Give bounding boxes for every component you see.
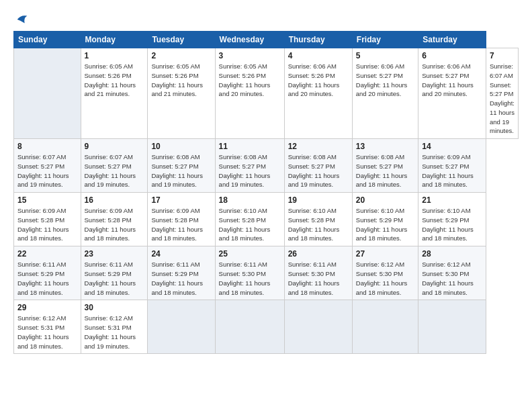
day-info: Sunrise: 6:07 AMSunset: 5:27 PMDaylight:… [490, 62, 515, 136]
column-header-sunday: Sunday [14, 32, 81, 48]
logo [13, 12, 30, 24]
day-number: 1 [85, 51, 144, 60]
day-number: 14 [422, 142, 482, 151]
day-number: 4 [288, 51, 349, 60]
calendar-cell: 30Sunrise: 6:12 AMSunset: 5:31 PMDayligh… [81, 300, 148, 354]
day-info: Sunrise: 6:05 AMSunset: 5:26 PMDaylight:… [85, 62, 144, 99]
day-info: Sunrise: 6:09 AMSunset: 5:28 PMDaylight:… [17, 206, 77, 243]
day-info: Sunrise: 6:11 AMSunset: 5:30 PMDaylight:… [288, 260, 349, 297]
day-number: 18 [219, 195, 281, 205]
calendar-cell [215, 300, 284, 354]
day-number: 23 [85, 249, 144, 259]
day-info: Sunrise: 6:10 AMSunset: 5:29 PMDaylight:… [356, 206, 414, 243]
calendar-cell: 3Sunrise: 6:05 AMSunset: 5:26 PMDaylight… [215, 48, 284, 139]
column-header-monday: Monday [81, 32, 148, 48]
calendar-cell [284, 300, 352, 354]
day-info: Sunrise: 6:09 AMSunset: 5:28 PMDaylight:… [151, 206, 211, 243]
calendar-cell: 5Sunrise: 6:06 AMSunset: 5:27 PMDaylight… [352, 48, 418, 139]
day-number: 30 [85, 303, 144, 312]
day-info: Sunrise: 6:06 AMSunset: 5:27 PMDaylight:… [422, 62, 482, 99]
column-header-thursday: Thursday [284, 32, 352, 48]
day-info: Sunrise: 6:10 AMSunset: 5:28 PMDaylight:… [288, 206, 349, 243]
day-number: 2 [151, 51, 211, 60]
day-info: Sunrise: 6:11 AMSunset: 5:30 PMDaylight:… [219, 260, 281, 297]
day-number: 5 [356, 51, 414, 60]
day-info: Sunrise: 6:12 AMSunset: 5:31 PMDaylight:… [85, 314, 144, 351]
calendar-cell: 23Sunrise: 6:11 AMSunset: 5:29 PMDayligh… [81, 246, 148, 300]
calendar-cell [148, 300, 215, 354]
day-number: 24 [151, 249, 211, 259]
day-info: Sunrise: 6:09 AMSunset: 5:28 PMDaylight:… [85, 206, 144, 243]
day-info: Sunrise: 6:08 AMSunset: 5:27 PMDaylight:… [219, 152, 281, 189]
column-header-wednesday: Wednesday [215, 32, 284, 48]
day-number: 11 [219, 142, 281, 151]
day-number: 21 [422, 195, 482, 205]
day-info: Sunrise: 6:05 AMSunset: 5:26 PMDaylight:… [151, 62, 211, 99]
calendar-cell: 16Sunrise: 6:09 AMSunset: 5:28 PMDayligh… [81, 193, 148, 246]
day-number: 29 [17, 303, 77, 312]
day-number: 10 [151, 142, 211, 151]
day-info: Sunrise: 6:08 AMSunset: 5:27 PMDaylight:… [288, 152, 349, 189]
day-number: 26 [288, 249, 349, 259]
day-info: Sunrise: 6:09 AMSunset: 5:27 PMDaylight:… [422, 152, 482, 189]
calendar-cell: 13Sunrise: 6:08 AMSunset: 5:27 PMDayligh… [352, 139, 418, 193]
calendar-cell: 28Sunrise: 6:12 AMSunset: 5:30 PMDayligh… [418, 246, 486, 300]
calendar-page: SundayMondayTuesdayWednesdayThursdayFrid… [0, 0, 532, 411]
day-info: Sunrise: 6:11 AMSunset: 5:29 PMDaylight:… [85, 260, 144, 297]
calendar-cell: 21Sunrise: 6:10 AMSunset: 5:29 PMDayligh… [418, 193, 486, 246]
calendar-cell: 6Sunrise: 6:06 AMSunset: 5:27 PMDaylight… [418, 48, 486, 139]
day-info: Sunrise: 6:12 AMSunset: 5:31 PMDaylight:… [17, 314, 77, 351]
calendar-table: SundayMondayTuesdayWednesdayThursdayFrid… [13, 31, 519, 354]
day-info: Sunrise: 6:12 AMSunset: 5:30 PMDaylight:… [356, 260, 414, 297]
calendar-cell: 18Sunrise: 6:10 AMSunset: 5:28 PMDayligh… [215, 193, 284, 246]
day-info: Sunrise: 6:12 AMSunset: 5:30 PMDaylight:… [422, 260, 482, 297]
day-info: Sunrise: 6:07 AMSunset: 5:27 PMDaylight:… [85, 152, 144, 189]
day-number: 8 [17, 142, 77, 151]
calendar-cell: 27Sunrise: 6:12 AMSunset: 5:30 PMDayligh… [352, 246, 418, 300]
calendar-cell: 26Sunrise: 6:11 AMSunset: 5:30 PMDayligh… [284, 246, 352, 300]
column-header-friday: Friday [352, 32, 418, 48]
day-info: Sunrise: 6:10 AMSunset: 5:29 PMDaylight:… [422, 206, 482, 243]
calendar-cell: 9Sunrise: 6:07 AMSunset: 5:27 PMDaylight… [81, 139, 148, 193]
day-number: 27 [356, 249, 414, 259]
day-info: Sunrise: 6:08 AMSunset: 5:27 PMDaylight:… [151, 152, 211, 189]
calendar-cell: 15Sunrise: 6:09 AMSunset: 5:28 PMDayligh… [14, 193, 81, 246]
calendar-cell: 1Sunrise: 6:05 AMSunset: 5:26 PMDaylight… [81, 48, 148, 139]
day-number: 20 [356, 195, 414, 205]
day-number: 3 [219, 51, 281, 60]
calendar-cell: 17Sunrise: 6:09 AMSunset: 5:28 PMDayligh… [148, 193, 215, 246]
day-info: Sunrise: 6:08 AMSunset: 5:27 PMDaylight:… [356, 152, 414, 189]
calendar-cell: 8Sunrise: 6:07 AMSunset: 5:27 PMDaylight… [14, 139, 81, 193]
day-info: Sunrise: 6:05 AMSunset: 5:26 PMDaylight:… [219, 62, 281, 99]
calendar-cell: 10Sunrise: 6:08 AMSunset: 5:27 PMDayligh… [148, 139, 215, 193]
calendar-cell [14, 48, 81, 139]
day-number: 19 [288, 195, 349, 205]
day-info: Sunrise: 6:11 AMSunset: 5:29 PMDaylight:… [151, 260, 211, 297]
day-number: 22 [17, 249, 77, 259]
calendar-cell: 14Sunrise: 6:09 AMSunset: 5:27 PMDayligh… [418, 139, 486, 193]
day-number: 25 [219, 249, 281, 259]
day-number: 28 [422, 249, 482, 259]
day-number: 6 [422, 51, 482, 60]
day-info: Sunrise: 6:06 AMSunset: 5:26 PMDaylight:… [288, 62, 349, 99]
calendar-cell: 2Sunrise: 6:05 AMSunset: 5:26 PMDaylight… [148, 48, 215, 139]
calendar-cell: 11Sunrise: 6:08 AMSunset: 5:27 PMDayligh… [215, 139, 284, 193]
day-number: 13 [356, 142, 414, 151]
calendar-cell: 4Sunrise: 6:06 AMSunset: 5:26 PMDaylight… [284, 48, 352, 139]
column-header-tuesday: Tuesday [148, 32, 215, 48]
calendar-cell: 24Sunrise: 6:11 AMSunset: 5:29 PMDayligh… [148, 246, 215, 300]
calendar-cell: 25Sunrise: 6:11 AMSunset: 5:30 PMDayligh… [215, 246, 284, 300]
calendar-cell: 7Sunrise: 6:07 AMSunset: 5:27 PMDaylight… [486, 48, 518, 139]
calendar-cell [352, 300, 418, 354]
day-number: 15 [17, 195, 77, 205]
header [13, 12, 519, 24]
calendar-cell: 19Sunrise: 6:10 AMSunset: 5:28 PMDayligh… [284, 193, 352, 246]
day-info: Sunrise: 6:07 AMSunset: 5:27 PMDaylight:… [17, 152, 77, 189]
day-number: 7 [490, 51, 515, 60]
column-header-saturday: Saturday [418, 32, 486, 48]
day-info: Sunrise: 6:11 AMSunset: 5:29 PMDaylight:… [17, 260, 77, 297]
calendar-cell: 29Sunrise: 6:12 AMSunset: 5:31 PMDayligh… [14, 300, 81, 354]
day-number: 17 [151, 195, 211, 205]
logo-wing-icon [15, 12, 30, 27]
day-number: 16 [85, 195, 144, 205]
